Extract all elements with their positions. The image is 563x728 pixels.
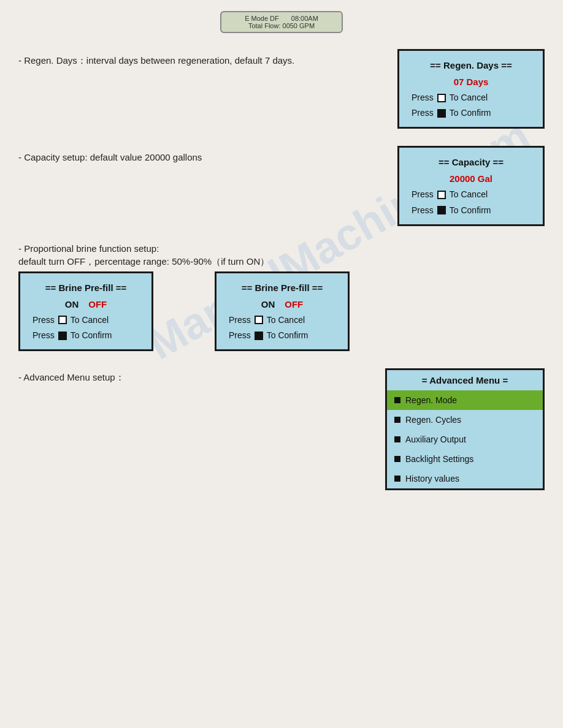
brine-right-toggle: ON OFF <box>229 296 335 313</box>
display-line2: Total Flow: 0050 GPM <box>231 22 332 29</box>
advanced-menu-item-4[interactable]: History values <box>387 469 543 488</box>
capacity-cancel-press: Press <box>412 187 434 202</box>
menu-bullet-4 <box>394 476 400 482</box>
capacity-confirm-button[interactable] <box>437 206 446 214</box>
capacity-title: == Capacity == <box>412 154 530 170</box>
menu-item-label-1: Regen. Cycles <box>405 415 461 425</box>
regen-days-confirm-row: Press To Confirm <box>412 105 530 121</box>
brine-on-text: ON <box>65 296 79 313</box>
capacity-cancel-row: Press To Cancel <box>412 187 530 202</box>
brine-right-confirm-press: Press <box>229 328 251 343</box>
advanced-menu-item-1[interactable]: Regen. Cycles <box>387 410 543 430</box>
menu-bullet-3 <box>394 456 400 462</box>
menu-item-label-2: Auxiliary Output <box>405 434 466 444</box>
advanced-menu-item-3[interactable]: Backlight Settings <box>387 449 543 469</box>
brine-right-cancel-button[interactable] <box>255 316 263 324</box>
regen-days-panel-col: == Regen. Days == 07 Days Press To Cance… <box>397 49 545 129</box>
brine-right-cancel-press: Press <box>229 313 251 328</box>
page-container: ManualMachine.com E Mode DF 08:00AM Tota… <box>0 0 563 728</box>
brine-right-title: == Brine Pre-fill == <box>229 279 335 296</box>
regen-days-value: 07 Days <box>412 74 530 90</box>
brine-left-confirm-press: Press <box>33 328 55 343</box>
brine-panels-row: == Brine Pre-fill == ON OFF Press To Can… <box>18 271 545 351</box>
confirm-label: To Confirm <box>450 105 491 121</box>
brine-left-cancel-press: Press <box>33 313 55 328</box>
menu-item-label-3: Backlight Settings <box>405 454 473 464</box>
confirm-press-label: Press <box>412 105 434 121</box>
capacity-cancel-text: To Cancel <box>450 187 488 202</box>
confirm-button-filled[interactable] <box>437 109 446 118</box>
brine-right-cancel-row: Press To Cancel <box>229 313 335 328</box>
content-area: - Regen. Days：interval days between rege… <box>18 49 545 490</box>
brine-left-wrapper: == Brine Pre-fill == ON OFF Press To Can… <box>18 271 153 351</box>
capacity-section: - Capacity setup: default value 20000 ga… <box>18 146 545 226</box>
brine-right-cancel-text: To Cancel <box>267 313 305 328</box>
brine-section-labels: - Proportional brine function setup: def… <box>18 243 545 268</box>
cancel-press-label: Press <box>412 90 434 105</box>
menu-item-label-0: Regen. Mode <box>405 395 457 405</box>
menu-bullet-0 <box>394 397 400 403</box>
brine-right-confirm-button[interactable] <box>255 332 263 340</box>
brine-right-wrapper: == Brine Pre-fill == ON OFF Press To Can… <box>215 271 350 351</box>
regen-days-section: - Regen. Days：interval days between rege… <box>18 49 545 129</box>
advanced-menu-panel: = Advanced Menu = Regen. Mode Regen. Cyc… <box>385 368 545 490</box>
capacity-label: - Capacity setup: default value 20000 ga… <box>18 146 397 162</box>
advanced-menu-section: - Advanced Menu setup： = Advanced Menu =… <box>18 368 545 490</box>
capacity-confirm-row: Press To Confirm <box>412 203 530 218</box>
brine-right-confirm-row: Press To Confirm <box>229 328 335 343</box>
brine-left-toggle: ON OFF <box>33 296 139 313</box>
advanced-menu-panel-col: = Advanced Menu = Regen. Mode Regen. Cyc… <box>385 368 545 490</box>
capacity-panel-col: == Capacity == 20000 Gal Press To Cancel… <box>397 146 545 226</box>
brine-right-panel: == Brine Pre-fill == ON OFF Press To Can… <box>215 271 350 351</box>
brine-left-title: == Brine Pre-fill == <box>33 279 139 296</box>
brine-left-confirm-row: Press To Confirm <box>33 328 139 343</box>
advanced-menu-title: = Advanced Menu = <box>387 370 543 390</box>
brine-right-off-text: OFF <box>285 296 303 313</box>
capacity-confirm-text: To Confirm <box>450 203 491 218</box>
brine-left-confirm-text: To Confirm <box>71 328 112 343</box>
regen-days-label: - Regen. Days：interval days between rege… <box>18 49 397 67</box>
brine-label1: - Proportional brine function setup: <box>18 243 545 254</box>
brine-right-confirm-text: To Confirm <box>267 328 308 343</box>
capacity-panel: == Capacity == 20000 Gal Press To Cancel… <box>397 146 545 226</box>
cancel-label: To Cancel <box>450 90 488 105</box>
menu-bullet-1 <box>394 417 400 423</box>
display-line1: E Mode DF 08:00AM <box>231 15 332 22</box>
regen-days-panel: == Regen. Days == 07 Days Press To Cance… <box>397 49 545 129</box>
display-time: 08:00AM <box>291 15 318 22</box>
brine-left-cancel-row: Press To Cancel <box>33 313 139 328</box>
brine-left-cancel-button[interactable] <box>58 316 67 324</box>
brine-right-on-text: ON <box>261 296 275 313</box>
advanced-menu-item-2[interactable]: Auxiliary Output <box>387 430 543 449</box>
menu-item-label-4: History values <box>405 474 459 483</box>
regen-days-cancel-row: Press To Cancel <box>412 90 530 105</box>
advanced-menu-label: - Advanced Menu setup： <box>18 368 385 384</box>
cancel-button-outline[interactable] <box>437 94 446 102</box>
display-mode: E Mode DF <box>245 15 279 22</box>
capacity-confirm-press: Press <box>412 203 434 218</box>
brine-label2: default turn OFF，percentage range: 50%-9… <box>18 256 545 268</box>
capacity-value: 20000 Gal <box>412 170 530 187</box>
brine-off-text: OFF <box>88 296 107 313</box>
top-display: E Mode DF 08:00AM Total Flow: 0050 GPM <box>220 11 343 33</box>
menu-bullet-2 <box>394 436 400 442</box>
regen-days-title: == Regen. Days == <box>412 57 530 74</box>
brine-left-panel: == Brine Pre-fill == ON OFF Press To Can… <box>18 271 153 351</box>
advanced-menu-item-0[interactable]: Regen. Mode <box>387 390 543 410</box>
brine-left-confirm-button[interactable] <box>58 332 67 340</box>
capacity-cancel-button[interactable] <box>437 191 446 199</box>
brine-left-cancel-text: To Cancel <box>71 313 109 328</box>
